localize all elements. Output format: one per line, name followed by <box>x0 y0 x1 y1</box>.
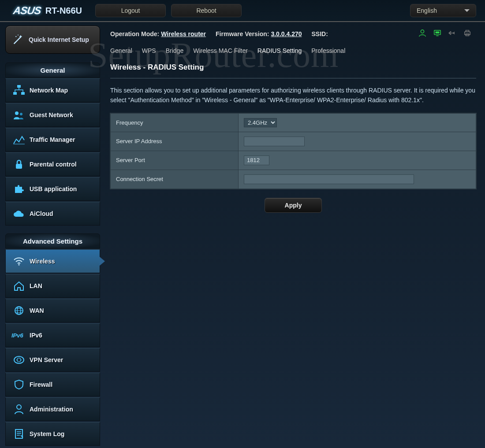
secret-label: Connection Secret <box>111 170 239 189</box>
nav-label: Guest Network <box>30 111 73 118</box>
fw-value[interactable]: 3.0.0.4.270 <box>271 30 302 37</box>
svg-point-3 <box>449 32 450 33</box>
tab-radius-setting[interactable]: RADIUS Setting <box>257 47 302 54</box>
svg-rect-4 <box>465 32 470 34</box>
admin-icon <box>10 401 28 417</box>
nav-system-log[interactable]: System Log <box>5 422 100 446</box>
svg-rect-14 <box>16 164 22 169</box>
nav-usb-application[interactable]: USB application <box>5 177 100 201</box>
server-ip-input[interactable] <box>244 137 305 146</box>
model-name: RT-N66U <box>45 6 82 16</box>
shield-icon <box>10 377 28 392</box>
cloud-icon <box>10 206 28 222</box>
server-port-input[interactable] <box>244 156 269 165</box>
svg-rect-10 <box>13 92 17 95</box>
svg-text:IPv6: IPv6 <box>11 332 24 339</box>
nav-label: Administration <box>30 406 73 413</box>
svg-rect-9 <box>17 85 21 88</box>
nav-label: AiCloud <box>30 210 53 217</box>
row-server-ip: Server IP Address <box>111 132 476 151</box>
row-frequency: Frequency 2.4GHz <box>111 113 476 132</box>
tab-general[interactable]: General <box>110 47 132 54</box>
brand-logo: ASUS <box>12 4 42 17</box>
port-label: Server Port <box>111 151 239 170</box>
qis-label: Quick Internet Setup <box>29 36 89 44</box>
chevron-down-icon <box>464 9 470 12</box>
puzzle-icon <box>10 181 28 197</box>
monitor-icon[interactable] <box>433 29 442 38</box>
traffic-manager-icon <box>10 132 28 148</box>
guest-network-icon <box>10 107 28 123</box>
page-title: Wireless - RADIUS Setting <box>110 63 476 72</box>
nav-label: USB application <box>30 185 77 193</box>
nav-label: WAN <box>30 307 44 314</box>
ssid-label: SSID: <box>312 30 328 37</box>
svg-point-7 <box>15 36 16 37</box>
lock-icon <box>10 156 28 172</box>
language-select[interactable]: English <box>410 4 476 17</box>
svg-rect-20 <box>15 429 22 438</box>
tab-bridge[interactable]: Bridge <box>166 47 183 54</box>
globe-icon <box>10 303 28 318</box>
user-icon[interactable] <box>418 29 427 38</box>
nav-label: VPN Server <box>30 356 63 363</box>
nav-label: Parental control <box>30 161 77 168</box>
tab-wps[interactable]: WPS <box>142 47 156 54</box>
nav-label: LAN <box>30 282 42 289</box>
nav-label: Traffic Manager <box>30 136 75 143</box>
nav-wan[interactable]: WAN <box>5 299 100 322</box>
connection-secret-input[interactable] <box>244 174 414 184</box>
frequency-select[interactable]: 2.4GHz <box>244 118 277 127</box>
section-advanced-header: Advanced Settings <box>5 233 100 248</box>
svg-point-19 <box>17 405 21 409</box>
quick-internet-setup-button[interactable]: Quick Internet Setup <box>5 26 100 54</box>
apply-button[interactable]: Apply <box>265 198 322 213</box>
fw-label: Firmware Version: <box>216 30 269 37</box>
op-mode-value[interactable]: Wireless router <box>161 30 206 37</box>
reboot-button[interactable]: Reboot <box>171 4 242 17</box>
header-bar: ASUS RT-N66U Logout Reboot English <box>0 0 485 21</box>
nav-guest-network[interactable]: Guest Network <box>5 103 100 127</box>
svg-rect-11 <box>21 92 25 95</box>
nav-parental-control[interactable]: Parental control <box>5 152 100 176</box>
nav-network-map[interactable]: Network Map <box>5 78 100 102</box>
svg-point-15 <box>18 264 19 265</box>
row-server-port: Server Port <box>111 151 476 170</box>
nav-wireless[interactable]: Wireless <box>5 249 100 273</box>
nav-label: Network Map <box>30 87 68 94</box>
nav-firewall[interactable]: Firewall <box>5 373 100 396</box>
tab-mac-filter[interactable]: Wireless MAC Filter <box>193 47 248 54</box>
home-icon <box>10 278 28 294</box>
settings-table: Frequency 2.4GHz Server IP Address Serve… <box>110 113 476 189</box>
nav-label: Wireless <box>30 258 55 265</box>
row-connection-secret: Connection Secret <box>111 170 476 189</box>
logout-button[interactable]: Logout <box>95 4 166 17</box>
usb-icon[interactable] <box>448 29 457 38</box>
ip-label: Server IP Address <box>111 132 239 151</box>
nav-label: Firewall <box>30 381 52 388</box>
nav-label: System Log <box>30 430 64 437</box>
wireless-icon <box>10 253 28 269</box>
svg-rect-2 <box>436 31 440 33</box>
section-general-header: General <box>5 63 100 78</box>
svg-rect-5 <box>466 30 469 32</box>
printer-icon[interactable] <box>463 29 472 38</box>
network-map-icon <box>10 82 28 98</box>
nav-lan[interactable]: LAN <box>5 274 100 298</box>
nav-ipv6[interactable]: IPv6 IPv6 <box>5 323 100 347</box>
wand-icon <box>10 33 26 46</box>
nav-administration[interactable]: Administration <box>5 397 100 421</box>
nav-traffic-manager[interactable]: Traffic Manager <box>5 128 100 152</box>
svg-point-13 <box>20 113 22 115</box>
nav-aicloud[interactable]: AiCloud <box>5 202 100 226</box>
page-description: This section allows you to set up additi… <box>110 85 476 105</box>
tab-professional[interactable]: Professional <box>311 47 345 54</box>
vpn-icon <box>10 352 28 368</box>
nav-vpn-server[interactable]: VPN Server <box>5 348 100 372</box>
nav-label: IPv6 <box>30 332 42 339</box>
svg-point-0 <box>421 30 424 33</box>
language-label: English <box>417 7 437 14</box>
svg-point-8 <box>18 35 19 36</box>
log-icon <box>10 426 28 442</box>
divider <box>110 78 476 78</box>
